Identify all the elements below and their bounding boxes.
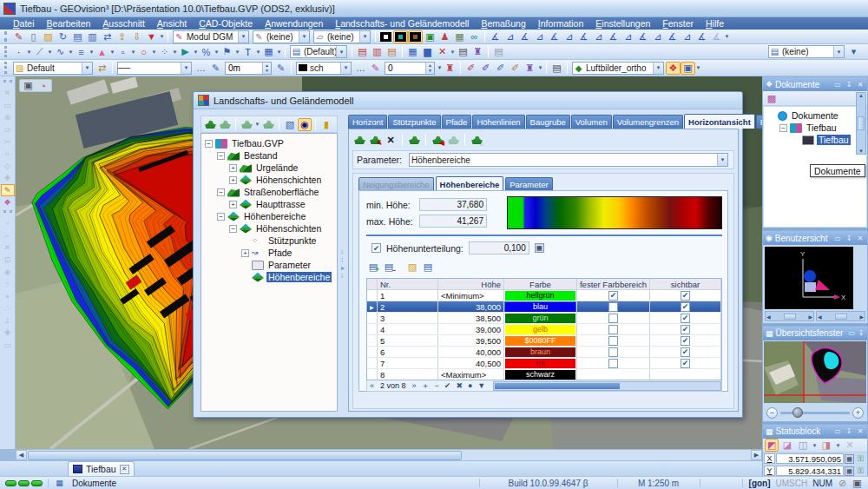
fest-checkbox[interactable]: ✔ [608,291,618,301]
calculator-icon[interactable]: ▦ [535,243,544,253]
vtool-icon-2[interactable]: ▭ [1,99,15,111]
table-hscrollbar[interactable] [493,381,721,391]
x-lock-icon[interactable]: ⚿ [855,454,866,464]
cad-point-icon[interactable]: · [11,45,26,58]
dlg-tree-item-1[interactable]: −Bestand [201,149,337,162]
cad-line-icon[interactable]: ⟋ [32,45,47,58]
subtab-parameter[interactable]: Parameter [505,177,552,191]
y-lock-icon[interactable]: ⚿ [855,466,866,476]
save-all-icon[interactable]: ▥ [85,30,100,43]
vtool2-icon-5[interactable]: ◈ [1,266,15,278]
duck-edit-icon[interactable] [218,118,232,131]
zoom-slider-knob[interactable] [792,407,803,418]
vtool-active-icon[interactable]: ✎ [1,184,15,196]
scroll-thumb[interactable] [28,451,462,460]
image-icon[interactable]: ▧ [283,118,297,131]
vtool2-icon-7[interactable]: ⌖ [1,290,15,302]
farbe-combo[interactable]: sch▼ [296,62,352,75]
dlg-tree-item-5[interactable]: +Haupttrasse [201,198,337,210]
delete-icon[interactable]: ✕ [384,134,398,147]
coord-tool5-icon[interactable]: ✕ [843,439,857,452]
sync-arrows-icon[interactable]: ↻ [56,30,70,43]
measure-5-icon[interactable]: ∡ [547,30,562,43]
min-hoehe-field[interactable]: 37,680 [419,198,487,211]
pdf-export-icon[interactable]: ▼ [144,30,159,43]
copy-red-3-icon[interactable]: ▤ [385,45,399,58]
new-document-icon[interactable]: ▯ [26,30,41,43]
scroll-left-arrow[interactable]: ◀ [16,450,27,460]
measure-1-icon[interactable]: ∡ [488,30,503,43]
menu-bema-ung[interactable]: Bemaßung [475,17,531,30]
zoom-pen-icon[interactable]: ✎ [208,62,223,75]
sichtbar-checkbox[interactable]: ✔ [681,336,690,346]
measure-12-icon[interactable]: ⊿ [650,30,665,43]
cad-polyline-icon[interactable]: ∿ [53,45,68,58]
menu-fenster[interactable]: Fenster [656,17,700,30]
fest-checkbox[interactable] [608,336,618,346]
uebersicht-title-bar[interactable]: ▦ Übersichtsfenster ▭ ↧ [763,327,867,340]
sichtbar-checkbox[interactable]: ✔ [681,347,690,357]
cad-scatter-icon[interactable]: ⁘ [157,45,172,58]
measure-7-icon[interactable]: ∡ [576,30,591,43]
dlg-tree-item-3[interactable]: +Höhenschichten [201,174,337,186]
eye-icon[interactable]: ◉ [298,118,312,131]
sichtbar-checkbox[interactable]: ✔ [681,359,690,368]
table-row-7[interactable]: 740,500rot✔ [367,358,721,369]
zoom-in-button[interactable]: + [852,407,864,419]
duck-add2-icon[interactable] [352,134,366,147]
benutzersicht-vscrollbar[interactable]: ▲▼ [856,92,866,155]
nav-cancel[interactable]: ✖ [453,381,465,390]
dlg-tab-pfade[interactable]: Pfade [442,115,472,129]
erase-4-icon[interactable]: ✐ [508,62,523,75]
y-calc-icon[interactable]: ▦ [845,466,854,476]
angle-field[interactable]: 0▲▼ [385,62,435,75]
dlg-tree-item-10[interactable]: Parameter [201,259,337,271]
maximize-icon[interactable]: ▭ [848,329,855,337]
hoehenunterteilung-field[interactable]: 0,100 [469,241,529,254]
nav-last[interactable]: » [410,381,419,390]
vtool-icon-1[interactable]: ✕ [1,87,15,99]
menu-einstellungen[interactable]: Einstellungen [589,17,656,30]
dok-tree-item-1[interactable]: −Tiefbau [764,122,866,134]
measure-13-icon[interactable]: ∡ [665,30,680,43]
dlg-tree-item-8[interactable]: ⁘Stützpunkte [201,235,337,247]
row-remove-icon[interactable]: ▤− [382,261,396,274]
splitter[interactable]: ⁞⁞▸⁞ [339,116,346,412]
color-table[interactable]: Nr.HöheFarbefester Farbbereichsichtbar1<… [366,278,722,380]
dialog-title-bar[interactable]: Landschafts- und Geländemodell [194,92,742,109]
dokumente-tool-icon[interactable]: ▩ [765,92,779,105]
measure-8-icon[interactable]: ⊿ [591,30,606,43]
sichtbar-checkbox[interactable]: ✔ [681,291,690,301]
dlg-tab-baugrube[interactable]: Baugrube [526,115,570,129]
delete-red-icon[interactable]: ✕ [435,45,450,58]
menu-ansicht[interactable]: Ansicht [151,17,193,30]
coord-tool-icon[interactable]: ◩ [765,439,779,452]
dialog-tree[interactable]: −Tiefbau.GVP−Bestand+Urgelände+Höhenschi… [201,133,338,412]
cad-percent-icon[interactable]: % [199,45,214,58]
vtool2-icon-6[interactable]: ⁘ [1,278,15,290]
benutzersicht-hscrollbars[interactable]: ◀▶ ◀▶ [763,311,867,321]
import-db-icon[interactable]: ⇩ [129,30,144,43]
pin-icon[interactable]: ↧ [845,235,853,242]
zoom-pen2-icon[interactable]: ✎ [368,62,383,75]
stamp-icon[interactable]: ♜ [470,45,485,58]
vtool2-icon-1[interactable]: ▫ [1,217,15,229]
zoom-out-button[interactable]: − [766,407,778,419]
dlg-tab-volumen[interactable]: Volumen [571,115,612,129]
cad-grid-icon[interactable]: ▦ [261,45,276,58]
measure-11-icon[interactable]: ∡ [635,30,650,43]
parameter-combo[interactable]: Höhenbereiche▼ [409,153,728,167]
close-icon[interactable]: ✕ [856,81,865,89]
vtool-icon-4[interactable]: ▱ [1,123,15,135]
statusblock-title-bar[interactable]: ▦ Statusblock ▭ ↧ ✕ [763,425,867,439]
dots-btn2-icon[interactable]: … [353,62,368,75]
pen-blue-icon[interactable]: ✎ [273,62,288,75]
duck-add-icon[interactable] [203,118,217,131]
uebersicht-map[interactable] [764,341,866,403]
pin-icon[interactable]: ↧ [858,329,865,337]
dlg-tree-item-0[interactable]: −Tiefbau.GVP [201,137,337,149]
maximize-icon[interactable]: ▭ [833,81,842,89]
x-value[interactable]: 3.571.950,095 [776,453,844,464]
line-width-field[interactable]: 0m▲▼ [225,62,272,75]
frame-green-icon[interactable]: ▣ [423,30,437,43]
